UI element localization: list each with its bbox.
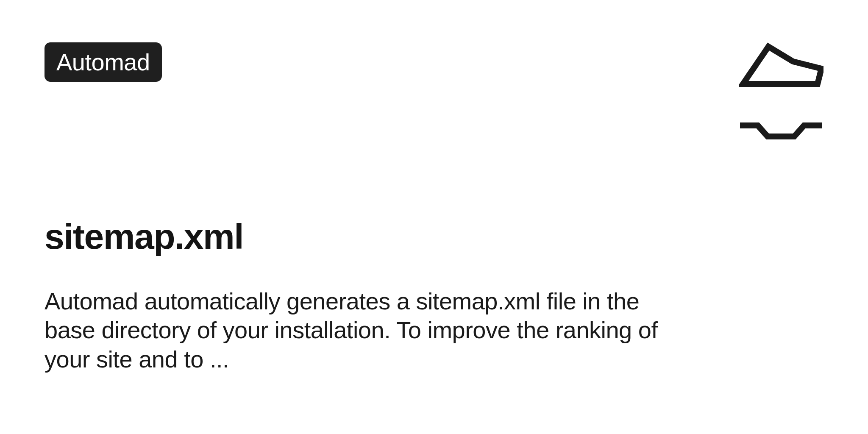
content: sitemap.xml Automad automatically genera… [45,216,782,374]
brand-badge: Automad [45,42,162,82]
automad-logo-icon [739,42,823,144]
header: Automad [45,42,823,144]
page-description: Automad automatically generates a sitema… [45,287,680,374]
page-card: Automad sitemap.xml Automad automaticall… [0,0,868,434]
page-title: sitemap.xml [45,216,782,257]
